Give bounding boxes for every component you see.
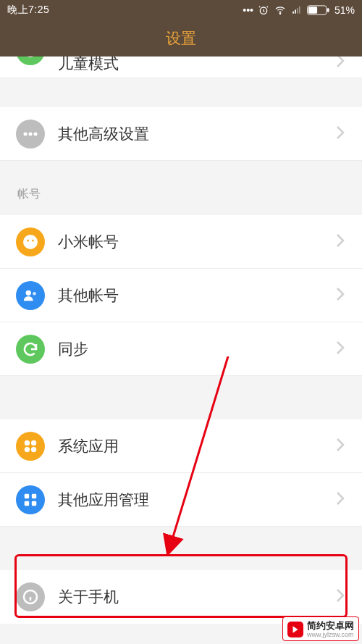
- row-system-apps[interactable]: 系统应用: [0, 419, 362, 473]
- svg-point-23: [31, 446, 36, 451]
- status-bar: 晚上7:25 ••• 51%: [0, 0, 362, 20]
- svg-rect-5: [299, 7, 300, 14]
- chevron-right-icon: [336, 588, 345, 606]
- gap: [0, 78, 362, 107]
- row-label: 其他应用管理: [58, 490, 336, 510]
- alarm-icon: [258, 4, 269, 16]
- row-label: 其他高级设置: [58, 124, 336, 144]
- title-bar: 设置: [0, 20, 362, 57]
- chevron-right-icon: [336, 233, 345, 251]
- svg-point-17: [33, 237, 36, 241]
- wifi-icon: [274, 4, 287, 16]
- row-about-phone[interactable]: 关于手机: [0, 570, 362, 624]
- svg-rect-24: [25, 493, 29, 498]
- row-advanced-settings[interactable]: 其他高级设置: [0, 107, 362, 161]
- svg-rect-26: [25, 501, 29, 505]
- battery-icon: [307, 5, 330, 15]
- status-right: ••• 51%: [243, 4, 355, 16]
- more-icon: [16, 120, 45, 149]
- svg-rect-25: [32, 493, 36, 498]
- svg-point-16: [25, 237, 28, 241]
- svg-point-12: [34, 132, 38, 135]
- watermark-title: 简约安卓网: [307, 621, 354, 630]
- other-accounts-icon: [16, 281, 45, 310]
- svg-rect-27: [32, 501, 36, 505]
- info-icon: [16, 582, 45, 611]
- svg-rect-3: [295, 9, 296, 13]
- chevron-right-icon: [336, 340, 345, 358]
- watermark-logo-icon: [287, 622, 303, 637]
- row-label: 同步: [58, 339, 336, 359]
- row-label: 系统应用: [58, 436, 336, 456]
- row-label: 关于手机: [58, 587, 336, 607]
- svg-point-22: [25, 446, 30, 451]
- gap: [0, 527, 362, 570]
- svg-rect-2: [292, 12, 294, 14]
- svg-point-20: [25, 440, 30, 445]
- mi-account-icon: [16, 227, 45, 256]
- svg-rect-7: [308, 7, 317, 13]
- svg-point-21: [31, 440, 36, 445]
- watermark-url: www.jylzsw.com: [307, 632, 354, 638]
- chevron-right-icon: [336, 57, 345, 71]
- page-title: 设置: [166, 28, 196, 49]
- svg-point-13: [23, 235, 38, 249]
- watermark: 简约安卓网 www.jylzsw.com: [282, 616, 359, 641]
- system-apps-icon: [16, 432, 45, 461]
- row-other-accounts[interactable]: 其他帐号: [0, 269, 362, 322]
- row-label: 小米帐号: [58, 232, 336, 252]
- gap: [0, 376, 362, 419]
- settings-list[interactable]: 儿童模式 其他高级设置 帐号 小米帐号 其他帐号 同步: [0, 57, 362, 644]
- section-account: 帐号: [0, 161, 362, 215]
- battery-pct: 51%: [334, 4, 355, 16]
- status-time: 晚上7:25: [7, 4, 49, 17]
- chevron-right-icon: [336, 491, 345, 509]
- row-sync[interactable]: 同步: [0, 322, 362, 376]
- signal-icon: [291, 5, 303, 15]
- svg-point-1: [279, 13, 280, 14]
- svg-point-18: [26, 290, 31, 295]
- svg-rect-4: [297, 8, 298, 14]
- more-dots-icon: •••: [243, 4, 253, 16]
- svg-point-11: [29, 132, 33, 135]
- row-child-mode[interactable]: 儿童模式: [0, 57, 362, 78]
- row-label: 儿童模式: [58, 57, 336, 74]
- svg-point-10: [24, 132, 28, 135]
- svg-rect-8: [327, 8, 329, 12]
- chevron-right-icon: [336, 125, 345, 143]
- chevron-right-icon: [336, 438, 345, 455]
- chevron-right-icon: [336, 287, 345, 304]
- row-label: 其他帐号: [58, 285, 336, 306]
- sync-icon: [16, 335, 45, 364]
- row-mi-account[interactable]: 小米帐号: [0, 215, 362, 269]
- apps-grid-icon: [16, 485, 45, 514]
- row-app-management[interactable]: 其他应用管理: [0, 473, 362, 527]
- svg-point-19: [33, 291, 36, 295]
- child-mode-icon: [16, 57, 45, 65]
